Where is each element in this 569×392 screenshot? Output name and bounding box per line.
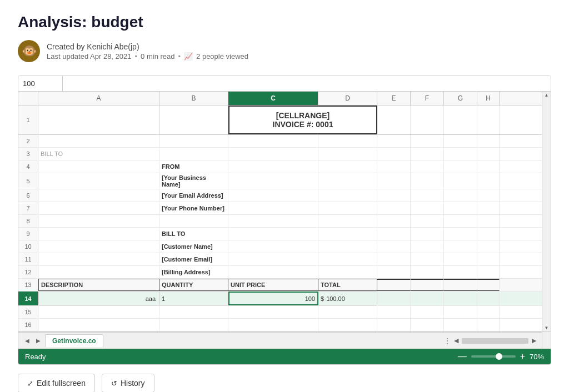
cell-13a[interactable]: DESCRIPTION [38,279,159,291]
cell-2f[interactable] [411,135,444,147]
cell-5h[interactable] [477,173,500,189]
cell-12f[interactable] [411,266,444,278]
cell-5e[interactable] [377,173,411,189]
cell-15h[interactable] [477,306,500,318]
cell-13d[interactable]: TOTAL [318,279,377,291]
tab-next-btn[interactable]: ▶ [34,336,43,345]
cell-1cd[interactable]: [CELLRANGE] INVOICE #: 0001 [228,105,377,134]
cell-11h[interactable] [477,253,500,265]
cell-13h[interactable] [477,279,500,291]
cell-6b[interactable]: [Your Email Address] [159,189,228,202]
cell-11e[interactable] [377,253,411,265]
cell-11f[interactable] [411,253,444,265]
h-scroll-right[interactable]: ▶ [531,337,537,344]
cell-10b[interactable]: [Customer Name] [159,240,228,253]
cell-6g[interactable] [444,189,477,202]
cell-2a[interactable] [38,135,159,147]
cell-13b[interactable]: QUANTITY [159,279,228,291]
cell-10f[interactable] [411,240,444,253]
cell-1h[interactable] [477,105,500,134]
cell-11d[interactable] [318,253,377,265]
cell-13c[interactable]: UNIT PRICE [228,279,318,291]
cell-12g[interactable] [444,266,477,278]
cell-12b[interactable]: [Billing Address] [159,266,228,278]
cell-4g[interactable] [444,160,477,173]
cell-5a[interactable] [38,173,159,189]
cell-3d[interactable] [318,148,377,160]
cell-3b[interactable] [159,148,228,160]
cell-14a[interactable]: aaa [38,292,159,305]
cell-8g[interactable] [444,215,477,227]
cell-12a[interactable] [38,266,159,278]
cell-8a[interactable] [38,215,159,227]
cell-16a[interactable] [38,319,159,331]
scroll-down-arrow[interactable]: ▼ [543,324,550,331]
cell-14c[interactable]: 100 [228,292,318,305]
cell-3e[interactable] [377,148,411,160]
cell-10c[interactable] [228,240,318,253]
cell-3g[interactable] [444,148,477,160]
cell-14g[interactable] [444,292,477,305]
cell-6a[interactable] [38,189,159,202]
cell-6d[interactable] [318,189,377,202]
cell-9b[interactable]: BILL TO [159,228,228,240]
cell-4e[interactable] [377,160,411,173]
cell-16g[interactable] [444,319,477,331]
cell-9c[interactable] [228,228,318,240]
cell-9f[interactable] [411,228,444,240]
cell-4h[interactable] [477,160,500,173]
cell-6h[interactable] [477,189,500,202]
cell-13g[interactable] [444,279,477,291]
cell-11g[interactable] [444,253,477,265]
cell-12d[interactable] [318,266,377,278]
h-scroll-track[interactable] [462,338,528,344]
cell-7a[interactable] [38,202,159,214]
cell-16f[interactable] [411,319,444,331]
tab-prev-btn[interactable]: ◀ [23,336,32,345]
cell-6e[interactable] [377,189,411,202]
zoom-out-btn[interactable]: — [458,352,467,361]
cell-9d[interactable] [318,228,377,240]
cell-16c[interactable] [228,319,318,331]
cell-12h[interactable] [477,266,500,278]
cell-1a[interactable] [38,105,159,134]
cell-14b[interactable]: 1 [159,292,228,305]
cell-8c[interactable] [228,215,318,227]
cell-5f[interactable] [411,173,444,189]
history-button[interactable]: ↺ History [102,374,154,392]
cell-14d[interactable]: $ 100.00 [318,292,377,305]
cell-16h[interactable] [477,319,500,331]
cell-2c[interactable] [228,135,318,147]
cell-15f[interactable] [411,306,444,318]
scroll-track[interactable] [543,99,551,324]
cell-14f[interactable] [411,292,444,305]
zoom-slider[interactable] [471,355,516,358]
cell-6c[interactable] [228,189,318,202]
cell-7d[interactable] [318,202,377,214]
cell-2e[interactable] [377,135,411,147]
scroll-up-arrow[interactable]: ▲ [543,92,550,99]
cell-15b[interactable] [159,306,228,318]
cell-1b[interactable] [159,105,228,134]
cell-7c[interactable] [228,202,318,214]
cell-10a[interactable] [38,240,159,253]
cell-16e[interactable] [377,319,411,331]
cell-15e[interactable] [377,306,411,318]
cell-15a[interactable] [38,306,159,318]
cell-5b[interactable]: [Your Business Name] [159,173,228,189]
cell-9h[interactable] [477,228,500,240]
cell-4d[interactable] [318,160,377,173]
cell-2d[interactable] [318,135,377,147]
cell-7h[interactable] [477,202,500,214]
cell-10d[interactable] [318,240,377,253]
cell-8b[interactable] [159,215,228,227]
cell-8e[interactable] [377,215,411,227]
cell-4f[interactable] [411,160,444,173]
cell-3h[interactable] [477,148,500,160]
cell-10e[interactable] [377,240,411,253]
cell-1e[interactable] [377,105,411,134]
cell-15c[interactable] [228,306,318,318]
cell-9a[interactable] [38,228,159,240]
sheet-tab[interactable]: Getinvoice.co [45,334,103,347]
h-scroll-left[interactable]: ◀ [453,337,460,344]
